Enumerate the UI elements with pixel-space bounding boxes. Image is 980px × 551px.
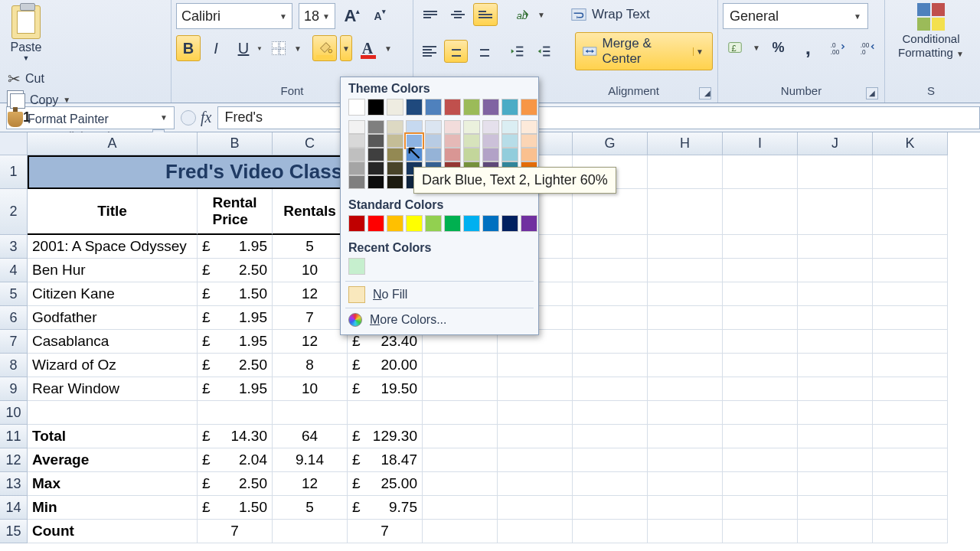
color-swatch[interactable]: [387, 175, 403, 189]
col-header[interactable]: G: [573, 132, 648, 155]
borders-dropdown-icon[interactable]: ▼: [294, 44, 302, 53]
accounting-format-button[interactable]: £: [723, 35, 746, 60]
font-color-button[interactable]: A: [355, 35, 380, 61]
color-swatch[interactable]: [444, 134, 461, 148]
color-swatch[interactable]: [387, 99, 403, 116]
color-swatch[interactable]: [444, 215, 461, 232]
merge-center-button[interactable]: Merge & Center ▼: [575, 32, 713, 70]
paste-button[interactable]: Paste ▼: [5, 3, 47, 64]
color-swatch[interactable]: [501, 120, 518, 134]
color-swatch[interactable]: [482, 134, 499, 148]
color-swatch[interactable]: [406, 99, 423, 116]
orientation-dropdown-icon[interactable]: ▼: [537, 11, 545, 19]
font-size-combo[interactable]: 18 ▼: [299, 3, 335, 29]
color-swatch[interactable]: [368, 175, 384, 189]
color-swatch[interactable]: [482, 148, 499, 161]
copy-button[interactable]: Copy ▼: [5, 90, 166, 109]
color-swatch[interactable]: [463, 99, 480, 116]
number-launcher[interactable]: ◢: [866, 87, 878, 99]
font-name-combo[interactable]: Calibri ▼: [176, 3, 292, 29]
align-center-button[interactable]: [444, 40, 467, 63]
color-swatch[interactable]: [406, 148, 423, 161]
cut-button[interactable]: ✂ Cut: [5, 69, 166, 89]
align-top-button[interactable]: [418, 3, 443, 26]
color-swatch[interactable]: [425, 215, 442, 232]
color-swatch[interactable]: [463, 120, 480, 134]
color-swatch[interactable]: [368, 161, 384, 175]
color-swatch[interactable]: [348, 258, 365, 275]
alignment-launcher[interactable]: ◢: [699, 87, 711, 99]
color-swatch[interactable]: [444, 120, 461, 134]
color-swatch[interactable]: [425, 148, 442, 161]
borders-button[interactable]: [266, 35, 291, 61]
fx-icon[interactable]: fx: [201, 109, 211, 126]
color-swatch[interactable]: [368, 215, 384, 232]
color-swatch[interactable]: [368, 120, 384, 134]
col-header[interactable]: K: [873, 132, 948, 155]
color-swatch[interactable]: [521, 120, 537, 134]
color-swatch[interactable]: [406, 215, 423, 232]
align-bottom-button[interactable]: [473, 3, 498, 26]
col-header[interactable]: B: [198, 132, 273, 155]
bold-button[interactable]: B: [176, 35, 201, 61]
color-swatch[interactable]: [348, 134, 365, 148]
color-swatch[interactable]: [348, 215, 365, 232]
color-swatch[interactable]: [387, 120, 403, 134]
col-header[interactable]: C: [273, 132, 348, 155]
color-swatch[interactable]: [482, 99, 499, 116]
color-swatch[interactable]: [368, 134, 384, 148]
color-swatch[interactable]: [406, 120, 423, 134]
color-swatch[interactable]: [387, 134, 403, 148]
color-swatch[interactable]: [521, 134, 537, 148]
color-swatch[interactable]: [463, 215, 480, 232]
color-swatch[interactable]: [387, 161, 403, 175]
color-swatch[interactable]: [368, 99, 384, 116]
format-painter-button[interactable]: Format Painter: [5, 111, 166, 128]
italic-button[interactable]: I: [204, 35, 228, 61]
shrink-font-button[interactable]: A▾: [369, 5, 390, 28]
color-swatch[interactable]: [501, 134, 518, 148]
color-swatch[interactable]: [348, 148, 365, 161]
merge-dropdown-icon[interactable]: ▼: [693, 47, 706, 56]
no-fill-item[interactable]: No Fill: [341, 283, 538, 306]
color-swatch[interactable]: [406, 134, 423, 148]
orientation-button[interactable]: ab: [510, 3, 534, 26]
color-swatch[interactable]: [501, 215, 518, 232]
fill-color-button[interactable]: [312, 35, 337, 61]
color-swatch[interactable]: [501, 148, 518, 161]
formula-input[interactable]: Fred's: [217, 106, 980, 129]
color-swatch[interactable]: [521, 99, 537, 116]
col-header[interactable]: A: [28, 132, 198, 155]
color-swatch[interactable]: [425, 99, 442, 116]
color-swatch[interactable]: [482, 120, 499, 134]
color-swatch[interactable]: [521, 148, 537, 161]
increase-indent-button[interactable]: [532, 40, 555, 63]
color-swatch[interactable]: [501, 99, 518, 116]
color-swatch[interactable]: [348, 175, 365, 189]
fill-color-dropdown[interactable]: ▼: [340, 35, 352, 61]
color-swatch[interactable]: [425, 134, 442, 148]
number-format-combo[interactable]: General ▼: [723, 3, 868, 29]
conditional-formatting-button[interactable]: ConditionalFormatting ▼: [890, 3, 972, 61]
color-swatch[interactable]: [444, 99, 461, 116]
grow-font-button[interactable]: A▴: [341, 5, 363, 28]
color-swatch[interactable]: [348, 120, 365, 134]
increase-decimal-button[interactable]: .0.00: [826, 35, 850, 60]
decrease-decimal-button[interactable]: .00.0: [856, 35, 880, 60]
color-swatch[interactable]: [348, 161, 365, 175]
percent-button[interactable]: %: [766, 35, 790, 60]
color-swatch[interactable]: [463, 134, 480, 148]
align-left-button[interactable]: [418, 40, 441, 63]
color-swatch[interactable]: [425, 120, 442, 134]
comma-button[interactable]: ,: [796, 35, 820, 60]
color-swatch[interactable]: [387, 215, 403, 232]
color-swatch[interactable]: [463, 148, 480, 161]
accounting-dropdown-icon[interactable]: ▼: [753, 44, 760, 52]
align-right-button[interactable]: [471, 40, 494, 63]
color-swatch[interactable]: [482, 215, 499, 232]
cancel-icon[interactable]: [181, 110, 196, 126]
more-colors-item[interactable]: More Colors...: [341, 310, 538, 330]
color-swatch[interactable]: [368, 148, 384, 161]
decrease-indent-button[interactable]: [506, 40, 529, 63]
color-swatch[interactable]: [348, 99, 365, 116]
